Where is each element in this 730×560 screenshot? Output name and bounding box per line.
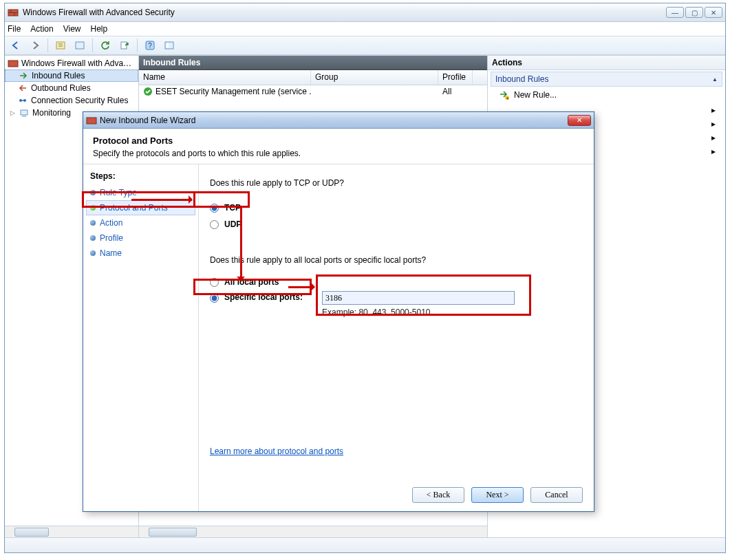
collapse-icon[interactable]: ▲ <box>712 76 718 83</box>
back-button[interactable]: < Back <box>412 487 464 503</box>
radio-udp-row[interactable]: UDP <box>210 217 583 232</box>
step-profile[interactable]: Profile <box>86 230 195 246</box>
svg-rect-10 <box>167 43 169 47</box>
col-group[interactable]: Group <box>311 70 438 85</box>
svg-rect-5 <box>76 42 84 49</box>
dialog-body: Steps: Rule Type Protocol and Ports Acti… <box>83 164 594 511</box>
left-scrollbar[interactable] <box>5 526 138 537</box>
radio-tcp[interactable] <box>210 204 219 213</box>
tree-item-label: Monitoring <box>32 108 71 118</box>
tree-item-label: Outbound Rules <box>31 83 91 93</box>
tree-root-label: Windows Firewall with Advanced Security <box>21 58 136 68</box>
table-row[interactable]: ESET Security Management rule (service .… <box>139 85 487 98</box>
bullet-icon <box>90 190 96 195</box>
action-new-rule[interactable]: ★ New Rule... <box>491 88 722 102</box>
chevron-right-icon: ▸ <box>711 105 716 115</box>
minimize-button[interactable]: — <box>666 7 684 18</box>
dialog-header: Protocol and Ports Specify the protocols… <box>83 129 594 164</box>
center-scrollbar[interactable] <box>139 526 487 537</box>
wizard-dialog: New Inbound Rule Wizard ✕ Protocol and P… <box>83 111 594 512</box>
menu-view[interactable]: View <box>63 24 81 34</box>
question-protocol: Does this rule apply to TCP or UDP? <box>210 178 583 188</box>
bullet-icon <box>90 205 96 211</box>
toolbar: ? <box>5 36 725 55</box>
tree-item-consec[interactable]: Connection Security Rules <box>5 94 138 107</box>
firewall-icon <box>8 58 19 69</box>
radio-udp[interactable] <box>210 220 219 229</box>
step-label: Name <box>100 248 122 258</box>
radio-all-ports-row[interactable]: All local ports <box>210 274 583 290</box>
menu-action[interactable]: Action <box>30 24 53 34</box>
step-name[interactable]: Name <box>86 246 195 261</box>
radio-specific-row[interactable]: Specific local ports: Example: 80, 443, … <box>210 291 583 317</box>
inbound-icon <box>18 70 29 81</box>
learn-more-link[interactable]: Learn more about protocol and ports <box>210 446 343 456</box>
window-buttons: — ▢ ✕ <box>666 7 722 18</box>
new-rule-icon: ★ <box>499 89 510 100</box>
forward-icon[interactable] <box>27 38 43 53</box>
radio-all-ports[interactable] <box>210 278 219 287</box>
rule-name: ESET Security Management rule (service .… <box>155 87 311 96</box>
actions-header: Actions <box>488 56 725 70</box>
col-profile[interactable]: Profile <box>438 70 473 85</box>
toolbar-icon-3[interactable] <box>161 38 178 53</box>
menu-file[interactable]: File <box>8 24 21 34</box>
titlebar-title: Windows Firewall with Advanced Security <box>23 8 666 17</box>
enabled-icon <box>143 87 153 96</box>
chevron-right-icon: ▸ <box>711 147 716 156</box>
svg-text:?: ? <box>148 42 152 50</box>
ports-input[interactable] <box>322 291 515 305</box>
maximize-button[interactable]: ▢ <box>685 7 703 18</box>
export-icon[interactable] <box>116 38 133 53</box>
svg-rect-20 <box>87 118 96 124</box>
ports-example: Example: 80, 443, 5000-5010 <box>322 308 515 317</box>
toolbar-icon-1[interactable] <box>52 38 69 53</box>
toolbar-separator <box>92 39 93 52</box>
step-label: Protocol and Ports <box>100 203 168 213</box>
refresh-icon[interactable] <box>97 38 114 53</box>
radio-all-ports-label: All local ports <box>224 277 279 287</box>
step-label: Profile <box>100 233 123 243</box>
close-button[interactable]: ✕ <box>705 7 722 18</box>
toolbar-icon-2[interactable] <box>72 38 88 53</box>
center-header: Inbound Rules <box>139 56 487 70</box>
radio-tcp-row[interactable]: TCP <box>210 200 583 215</box>
step-label: Action <box>100 218 122 228</box>
chevron-right-icon: ▸ <box>711 119 716 129</box>
svg-rect-9 <box>165 42 173 49</box>
next-button[interactable]: Next > <box>471 487 524 503</box>
steps-label: Steps: <box>90 171 195 181</box>
chevron-right-icon: ▸ <box>711 133 716 142</box>
menubar: File Action View Help <box>5 22 725 36</box>
firewall-icon <box>86 115 97 126</box>
tree-root[interactable]: Windows Firewall with Advanced Security <box>5 57 138 69</box>
back-icon[interactable] <box>8 38 24 53</box>
tree-item-label: Inbound Rules <box>32 71 85 80</box>
dialog-title: New Inbound Rule Wizard <box>100 116 568 125</box>
tree-item-outbound[interactable]: Outbound Rules <box>5 82 138 94</box>
dialog-subheading: Specify the protocols and ports to which… <box>93 149 584 158</box>
actions-section[interactable]: Inbound Rules ▲ <box>491 72 722 87</box>
main-window: Windows Firewall with Advanced Security … <box>4 3 726 553</box>
connection-icon <box>17 95 28 106</box>
step-label: Rule Type <box>100 188 137 197</box>
col-name[interactable]: Name <box>139 70 311 85</box>
cancel-button[interactable]: Cancel <box>530 487 583 503</box>
svg-rect-4 <box>56 42 65 49</box>
step-protocol-ports[interactable]: Protocol and Ports <box>86 200 195 215</box>
svg-point-13 <box>23 99 26 102</box>
firewall-icon <box>8 7 19 18</box>
expand-icon[interactable]: ▷ <box>9 109 16 116</box>
question-ports: Does this rule apply to all local ports … <box>210 255 583 265</box>
step-action[interactable]: Action <box>86 215 195 230</box>
actions-section-label: Inbound Rules <box>495 74 548 84</box>
list-header: Name Group Profile <box>139 70 487 85</box>
monitoring-icon <box>19 107 30 118</box>
help-icon[interactable]: ? <box>142 38 158 53</box>
menu-help[interactable]: Help <box>91 24 108 34</box>
titlebar: Windows Firewall with Advanced Security … <box>5 3 725 22</box>
tree-item-inbound[interactable]: Inbound Rules <box>5 69 138 82</box>
step-rule-type[interactable]: Rule Type <box>86 185 195 200</box>
dialog-close-button[interactable]: ✕ <box>568 115 591 126</box>
radio-specific-ports[interactable] <box>210 294 219 303</box>
